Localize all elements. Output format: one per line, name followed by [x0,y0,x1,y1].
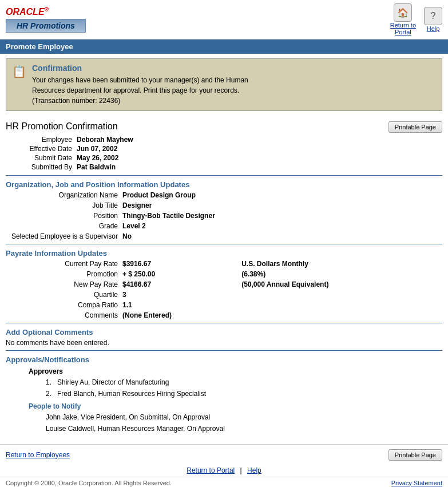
notify-list: John Jake, Vice President, On Submittal,… [46,411,442,435]
approvers-label: Approvers [29,367,442,375]
position-value: Thingy-Bob Tactile Designer [120,211,442,221]
confirmation-icon: 📋 [12,65,26,106]
org-section-title: Organization, Job and Position Informati… [6,178,442,190]
quartile-value: 3 [120,290,239,300]
compa-ratio-label: Compa Ratio [6,300,120,310]
return-portal-icon: 🏠 [394,3,412,22]
new-pay-value: $4166.67 [120,279,239,290]
comments-row: Comments (None Entered) [6,310,442,320]
confirmation-box: 📋 Confirmation Your changes have been su… [6,58,442,111]
new-pay-row: New Pay Rate $4166.67 (50,000 Annual Equ… [6,279,442,290]
return-to-portal-nav[interactable]: 🏠 Return toPortal [390,3,416,35]
promotion-label: Promotion [6,269,120,279]
no-comments-text: No comments have been entered. [6,338,442,348]
employee-value: Deborah Mayhew [74,135,442,144]
page-title: Promote Employee [6,42,73,51]
return-portal-label: Return toPortal [390,22,416,35]
supervisor-label: Selected Employee is a Supervisor [6,231,120,241]
confirmation-text: Your changes have been submitted to your… [32,75,248,106]
optional-comments-title: Add Optional Comments [6,326,442,338]
job-title-row: Job Title Designer [6,200,442,211]
footer-help-link[interactable]: Help [247,466,261,474]
employee-row: Employee Deborah Mayhew [6,135,442,144]
submit-date-value: May 26, 2002 [74,153,442,163]
confirmation-title: Confirmation [32,64,248,73]
divider-3 [6,323,442,323]
effective-date-value: Jun 07, 2002 [74,144,442,153]
help-icon: ? [424,7,442,25]
bottom-links: Return to Employees Printable Page [0,444,448,464]
approvals-title: Approvals/Notifications [6,353,442,365]
current-pay-value: $3916.67 [120,259,239,269]
submitted-by-value: Pat Baldwin [74,163,442,172]
effective-date-row: Effective Date Jun 07, 2002 [6,144,442,153]
printable-page-button-bottom[interactable]: Printable Page [388,449,442,461]
current-pay-row: Current Pay Rate $3916.67 U.S. Dollars M… [6,259,442,269]
privacy-statement-link[interactable]: Privacy Statement [391,480,442,486]
supervisor-row: Selected Employee is a Supervisor No [6,231,442,241]
submitted-by-row: Submitted By Pat Baldwin [6,163,442,172]
comments-label: Comments [6,310,120,320]
footer-separator: | [240,466,242,474]
section-main-title: HR Promotion Confirmation [6,121,442,132]
payrate-table: Current Pay Rate $3916.67 U.S. Dollars M… [6,259,442,320]
footer-return-portal-link[interactable]: Return to Portal [187,466,235,474]
copyright-bar: Copyright © 2000, Oracle Corporation. Al… [0,477,448,487]
header-nav: 🏠 Return toPortal ? Help [390,3,442,35]
confirmation-content: Confirmation Your changes have been subm… [32,64,248,106]
comments-value: (None Entered) [120,310,239,320]
list-item: Louise Caldwell, Human Resources Manager… [46,423,442,434]
org-name-label: Organization Name [6,190,120,200]
new-pay-extra: (50,000 Annual Equivalent) [239,279,442,290]
approver-list: 1. Shirley Au, Director of Manufacturing… [46,377,442,400]
list-item: John Jake, Vice President, On Submittal,… [46,411,442,423]
app-title: HR Promotions [17,21,75,30]
employee-info-table: Employee Deborah Mayhew Effective Date J… [6,135,442,172]
promotion-value: + $ 250.00 [120,269,239,279]
help-label: Help [427,25,440,32]
current-pay-label: Current Pay Rate [6,259,120,269]
org-name-row: Organization Name Product Design Group [6,190,442,200]
main-content: Printable Page HR Promotion Confirmation… [0,116,448,438]
divider-4 [6,350,442,351]
grade-value: Level 2 [120,221,442,231]
promotion-extra: (6.38%) [239,269,442,279]
position-label: Position [6,211,120,221]
quartile-label: Quartile [6,290,120,300]
divider-1 [6,175,442,176]
submit-date-label: Submit Date [6,153,74,163]
job-title-value: Designer [120,200,442,211]
submitted-by-label: Submitted By [6,163,74,172]
header: ORACLE® HR Promotions 🏠 Return toPortal … [0,0,448,39]
position-row: Position Thingy-Bob Tactile Designer [6,211,442,221]
page-title-bar: Promote Employee [0,39,448,54]
employee-label: Employee [6,135,74,144]
return-employees-link[interactable]: Return to Employees [6,451,70,459]
grade-label: Grade [6,221,120,231]
people-notify-label: People to Notify [29,402,442,410]
org-info-table: Organization Name Product Design Group J… [6,190,442,241]
submit-date-row: Submit Date May 26, 2002 [6,153,442,163]
section-header-row: Printable Page HR Promotion Confirmation [6,121,442,135]
printable-page-button-top[interactable]: Printable Page [388,121,442,133]
compa-ratio-value: 1.1 [120,300,239,310]
new-pay-label: New Pay Rate [6,279,120,290]
divider-2 [6,244,442,244]
quartile-row: Quartile 3 [6,290,442,300]
promotion-row: Promotion + $ 250.00 (6.38%) [6,269,442,279]
help-nav[interactable]: ? Help [424,7,442,32]
list-item: 1. Shirley Au, Director of Manufacturing [46,377,442,388]
compa-ratio-row: Compa Ratio 1.1 [6,300,442,310]
supervisor-value: No [120,231,442,241]
job-title-label: Job Title [6,200,120,211]
oracle-logo: ORACLE® [6,6,86,17]
list-item: 2. Fred Blanch, Human Resources Hiring S… [46,388,442,399]
footer-links: Return to Portal | Help [0,464,448,477]
logo-area: ORACLE® HR Promotions [6,6,86,33]
org-name-value: Product Design Group [120,190,442,200]
app-title-box: HR Promotions [6,19,86,33]
effective-date-label: Effective Date [6,144,74,153]
payrate-section-title: Payrate Information Updates [6,247,442,259]
grade-row: Grade Level 2 [6,221,442,231]
copyright-text: Copyright © 2000, Oracle Corporation. Al… [6,480,172,486]
